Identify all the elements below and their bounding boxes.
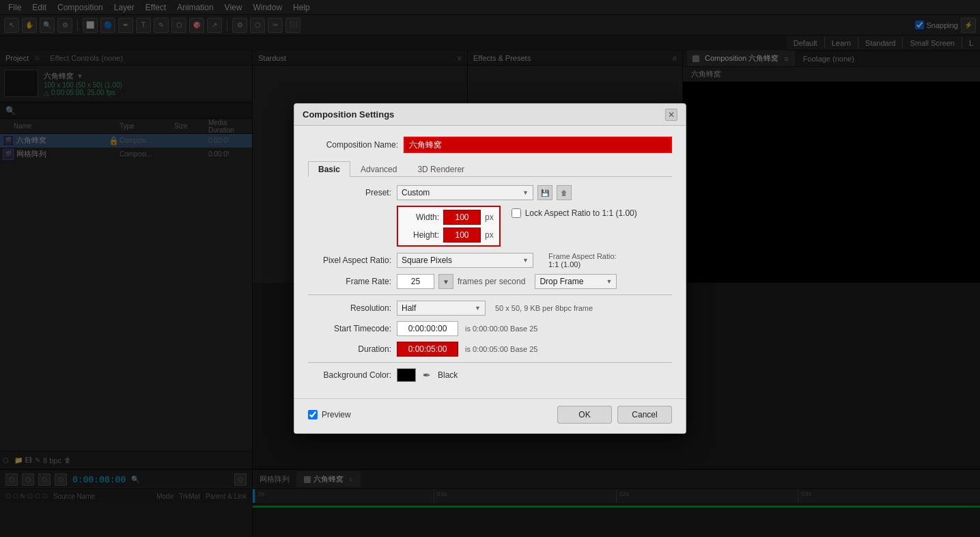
start-tc-is: is 0:00:00:00 Base 25 [465, 325, 537, 333]
frame-aspect-label: Frame Aspect Ratio: [548, 252, 617, 260]
lock-aspect-row: Lock Aspect Ratio to 1:1 (1.00) [512, 206, 637, 218]
start-tc-input[interactable] [397, 321, 458, 336]
framerate-dropdown-btn[interactable]: ▼ [438, 274, 453, 289]
preview-label: Preview [322, 410, 351, 419]
height-row: Height: px [404, 228, 494, 243]
comp-name-row: Composition Name: [308, 137, 672, 153]
ok-button[interactable]: OK [557, 406, 612, 424]
composition-settings-modal: Composition Settings ✕ Composition Name:… [294, 103, 686, 434]
res-arrow: ▼ [475, 305, 481, 312]
pixel-aspect-dropdown[interactable]: Square Pixels ▼ [397, 253, 533, 268]
preset-dropdown[interactable]: Custom ▼ [397, 185, 533, 200]
resolution-dropdown[interactable]: Half ▼ [397, 301, 486, 316]
duration-label: Duration: [308, 344, 397, 354]
wh-box: Width: px Height: px [397, 206, 501, 247]
framerate-input[interactable] [397, 274, 434, 289]
duration-input[interactable] [397, 342, 458, 357]
frame-aspect-value: 1:1 (1.00) [548, 260, 617, 268]
framerate-unit: frames per second [458, 277, 525, 286]
resolution-info: 50 x 50, 9 KB per 8bpc frame [495, 304, 593, 312]
height-input[interactable] [443, 228, 481, 243]
modal-tabs: Basic Advanced 3D Renderer [308, 161, 672, 177]
wh-outer-row: Width: px Height: px Lock Aspect Ratio t… [308, 206, 672, 247]
width-row: Width: px [404, 210, 494, 225]
pixel-aspect-label: Pixel Aspect Ratio: [308, 256, 397, 265]
modal-close-button[interactable]: ✕ [665, 109, 677, 121]
bg-color-control: ✒ Black [397, 368, 672, 382]
preset-save-btn[interactable]: 💾 [537, 185, 552, 200]
modal-overlay: Composition Settings ✕ Composition Name:… [0, 0, 980, 537]
bg-color-row: Background Color: ✒ Black [308, 368, 672, 382]
par-arrow: ▼ [522, 257, 529, 264]
dropframe-dropdown[interactable]: Drop Frame ▼ [535, 274, 617, 289]
pixel-aspect-control: Square Pixels ▼ Frame Aspect Ratio: 1:1 … [397, 252, 672, 268]
df-arrow: ▼ [606, 278, 612, 285]
comp-name-input[interactable] [404, 137, 672, 153]
preset-dropdown-arrow: ▼ [522, 189, 529, 196]
framerate-row: Frame Rate: ▼ frames per second Drop Fra… [308, 274, 672, 289]
duration-is: is 0:00:05:00 Base 25 [465, 345, 537, 353]
start-tc-row: Start Timecode: is 0:00:00:00 Base 25 [308, 321, 672, 336]
preset-row: Preset: Custom ▼ 💾 🗑 [308, 185, 672, 200]
preview-checkbox[interactable] [308, 410, 318, 419]
width-input[interactable] [443, 210, 481, 225]
modal-tab-3d[interactable]: 3D Renderer [407, 161, 475, 177]
duration-row: Duration: is 0:00:05:00 Base 25 [308, 342, 672, 357]
resolution-row: Resolution: Half ▼ 50 x 50, 9 KB per 8bp… [308, 301, 672, 316]
start-tc-label: Start Timecode: [308, 324, 397, 333]
preset-value: Custom [402, 188, 430, 197]
bg-color-value: Black [438, 370, 458, 380]
modal-body: Composition Name: Basic Advanced 3D Rend… [294, 126, 686, 398]
height-unit: px [485, 230, 494, 240]
width-unit: px [485, 212, 494, 222]
bg-color-label: Background Color: [308, 370, 397, 380]
preset-delete-btn[interactable]: 🗑 [557, 185, 572, 200]
preset-label: Preset: [308, 188, 397, 197]
duration-control: is 0:00:05:00 Base 25 [397, 342, 672, 357]
modal-tab-basic[interactable]: Basic [308, 161, 350, 177]
sep-1 [308, 294, 672, 295]
cancel-button[interactable]: Cancel [617, 406, 672, 424]
comp-name-label: Composition Name: [308, 140, 404, 150]
pixel-aspect-row: Pixel Aspect Ratio: Square Pixels ▼ Fram… [308, 252, 672, 268]
modal-title: Composition Settings [303, 109, 394, 120]
sep-2 [308, 362, 672, 363]
bg-color-swatch[interactable] [397, 368, 416, 382]
framerate-label: Frame Rate: [308, 277, 397, 286]
dropframe-value: Drop Frame [540, 277, 583, 286]
resolution-label: Resolution: [308, 303, 397, 313]
eyedropper-icon[interactable]: ✒ [420, 370, 434, 381]
modal-tab-advanced[interactable]: Advanced [350, 161, 407, 177]
resolution-control: Half ▼ 50 x 50, 9 KB per 8bpc frame [397, 301, 672, 316]
framerate-control: ▼ frames per second Drop Frame ▼ [397, 274, 672, 289]
modal-titlebar: Composition Settings ✕ [294, 104, 686, 126]
resolution-value: Half [402, 303, 416, 313]
lock-aspect-checkbox[interactable] [512, 208, 521, 218]
preview-row: Preview [308, 410, 552, 419]
height-label: Height: [404, 230, 439, 240]
width-label: Width: [404, 212, 439, 222]
modal-footer: Preview OK Cancel [294, 398, 686, 433]
lock-aspect-label: Lock Aspect Ratio to 1:1 (1.00) [525, 208, 637, 218]
start-tc-control: is 0:00:00:00 Base 25 [397, 321, 672, 336]
preset-control: Custom ▼ 💾 🗑 [397, 185, 672, 200]
frame-aspect-area: Frame Aspect Ratio: 1:1 (1.00) [548, 252, 617, 268]
pixel-aspect-value: Square Pixels [402, 256, 452, 265]
